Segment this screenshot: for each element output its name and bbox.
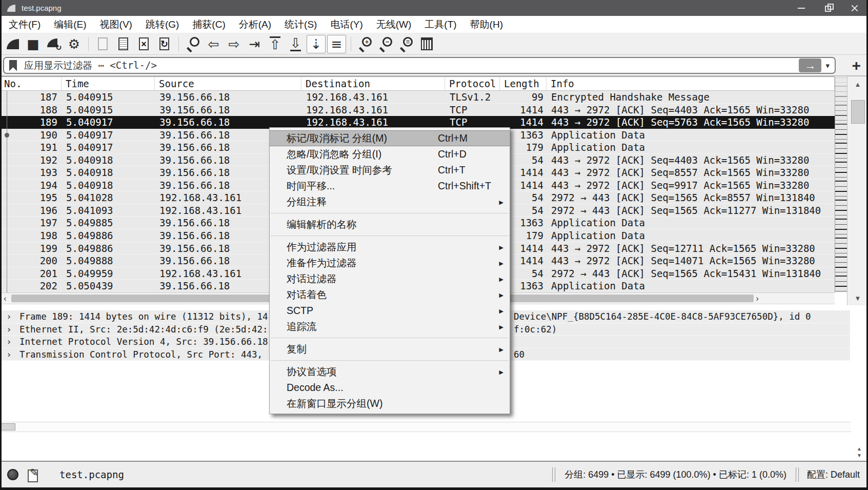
shark-fin-shape: [7, 39, 19, 49]
menu-separator: [271, 236, 509, 236]
add-filter-button[interactable]: +: [852, 56, 861, 75]
save-file-icon: [93, 35, 112, 53]
column-header-length[interactable]: Length: [500, 77, 547, 90]
menubar-item-11[interactable]: 帮助(H): [463, 16, 510, 33]
menubar-item-6[interactable]: 分析(A): [232, 16, 278, 33]
submenu-arrow-icon: ▶: [499, 256, 503, 271]
restart-capture-icon[interactable]: ↻: [44, 35, 63, 53]
packet-row[interactable]: 1885.04091539.156.66.18192.168.43.161TCP…: [0, 104, 835, 116]
submenu-arrow-icon: ▶: [499, 240, 503, 256]
spinner-up-icon[interactable]: ▲: [853, 445, 865, 452]
display-filter-input[interactable]: 应用显示过滤器 ⋯ <Ctrl-/> → ▾: [3, 57, 836, 74]
restore-button[interactable]: [815, 0, 841, 16]
colorize-icon[interactable]: ≡: [327, 35, 346, 53]
status-profile[interactable]: 配置: Default: [807, 468, 860, 481]
close-icon: [851, 4, 859, 12]
context-menu-item[interactable]: 追踪流▶: [270, 319, 510, 335]
context-menu-item[interactable]: 忽略/取消忽略 分组(I)Ctrl+D: [270, 146, 510, 162]
last-packet-icon[interactable]: ⇩: [286, 35, 305, 53]
document-shape: ↻: [159, 37, 169, 50]
menubar-item-1[interactable]: 文件(F): [2, 16, 47, 33]
submenu-arrow-icon: ▶: [499, 271, 503, 287]
detail-scrollbar-thumb[interactable]: [1, 423, 15, 430]
expander-icon[interactable]: ›: [6, 323, 12, 336]
menubar-item-8[interactable]: 电话(Y): [324, 16, 369, 33]
reload-file-icon[interactable]: ↻: [155, 35, 174, 53]
spinner-down-icon[interactable]: ▼: [853, 452, 865, 459]
filter-dropdown-caret-icon[interactable]: ▾: [821, 61, 835, 70]
context-menu-item[interactable]: 对话着色▶: [270, 287, 510, 303]
next-packet-icon[interactable]: ⇨: [225, 35, 244, 53]
intelligent-scrollbar-minimap[interactable]: [835, 77, 847, 292]
scroll-right-icon[interactable]: ›: [756, 293, 759, 304]
capture-options-icon[interactable]: ⚙: [65, 35, 84, 53]
submenu-arrow-icon: ▶: [499, 319, 503, 335]
context-menu-item[interactable]: SCTP▶: [270, 303, 510, 319]
main-toolbar: ■↻⚙×↻⇦⇨⇥⇧⇩⇣≡+−=: [0, 33, 868, 55]
context-menu-item[interactable]: Decode As...: [270, 380, 510, 396]
minimize-button[interactable]: [788, 0, 815, 16]
open-file-icon[interactable]: [114, 35, 133, 53]
menubar-item-5[interactable]: 捕获(C): [186, 16, 232, 33]
wireshark-logo-icon: [7, 5, 15, 12]
zoom-in-icon[interactable]: +: [356, 35, 375, 53]
column-header-time[interactable]: Time: [62, 77, 155, 90]
menubar-item-2[interactable]: 编辑(E): [47, 16, 93, 33]
minimize-icon: [798, 8, 805, 9]
status-separator: [552, 467, 555, 482]
menubar-item-10[interactable]: 工具(T): [418, 16, 463, 33]
context-menu-item[interactable]: 对话过滤器▶: [270, 271, 510, 287]
expander-icon[interactable]: ›: [6, 336, 12, 348]
context-menu-item[interactable]: 设置/取消设置 时间参考Ctrl+T: [270, 162, 510, 178]
start-capture-icon[interactable]: [3, 35, 22, 53]
packet-row[interactable]: 1895.04091739.156.66.18192.168.43.161TCP…: [0, 116, 835, 129]
packet-row[interactable]: 1875.04091539.156.66.18192.168.43.161TLS…: [0, 91, 835, 104]
expert-info-icon[interactable]: [7, 469, 18, 480]
capture-comment-icon[interactable]: ✎: [27, 467, 40, 482]
context-menu-item[interactable]: 协议首选项▶: [270, 364, 510, 380]
detail-scroll-spinner[interactable]: ▲ ▼: [853, 445, 865, 459]
expander-icon[interactable]: ›: [6, 348, 12, 361]
close-file-icon[interactable]: ×: [134, 35, 153, 53]
find-packet-icon[interactable]: [184, 35, 203, 53]
first-packet-icon[interactable]: ⇧: [266, 35, 285, 53]
expander-icon[interactable]: ›: [6, 310, 12, 323]
context-menu-item[interactable]: 分组注释▶: [270, 194, 510, 210]
resize-columns-icon[interactable]: [417, 35, 436, 53]
packet-list-vertical-scrollbar[interactable]: ▲ ▼: [847, 76, 868, 305]
autoscroll-icon[interactable]: ⇣: [307, 35, 326, 53]
stop-capture-icon[interactable]: ■: [24, 35, 43, 53]
column-header-no[interactable]: No.: [0, 77, 62, 90]
toolbar-separator: [88, 37, 89, 51]
scroll-up-icon[interactable]: ▲: [847, 81, 868, 88]
context-menu-item[interactable]: 复制▶: [270, 341, 510, 357]
goto-packet-icon[interactable]: ⇥: [245, 35, 264, 53]
previous-packet-icon[interactable]: ⇦: [204, 35, 223, 53]
context-menu-item[interactable]: 标记/取消标记 分组(M)Ctrl+M: [270, 130, 510, 146]
column-header-protocol[interactable]: Protocol: [445, 77, 500, 90]
column-header-destination[interactable]: Destination: [301, 77, 445, 90]
filter-bookmark-icon[interactable]: [9, 60, 17, 71]
menu-separator: [271, 338, 509, 338]
context-menu-item[interactable]: 编辑解析的名称: [270, 217, 510, 232]
menubar-item-9[interactable]: 无线(W): [370, 16, 418, 33]
close-button[interactable]: [841, 0, 868, 16]
submenu-arrow-icon: ▶: [499, 287, 503, 303]
context-menu-item[interactable]: 准备作为过滤器▶: [270, 255, 510, 271]
column-header-info[interactable]: Info: [547, 77, 835, 90]
context-menu-item[interactable]: 在新窗口显示分组(W): [270, 396, 510, 411]
menubar-item-7[interactable]: 统计(S): [278, 16, 324, 33]
menubar-item-4[interactable]: 跳转(G): [139, 16, 186, 33]
apply-filter-button[interactable]: →: [799, 58, 821, 72]
zoom-out-icon[interactable]: −: [376, 35, 395, 53]
context-menu-item[interactable]: 作为过滤器应用▶: [270, 239, 510, 255]
status-filename: test.pcapng: [59, 469, 124, 480]
scroll-left-icon[interactable]: ‹: [4, 293, 7, 304]
zoom-reset-icon[interactable]: =: [397, 35, 416, 53]
vertical-scrollbar-thumb[interactable]: [851, 100, 865, 124]
detail-horizontal-scrollbar[interactable]: [0, 422, 851, 432]
scroll-down-icon[interactable]: ▼: [847, 295, 868, 302]
context-menu-item[interactable]: 时间平移...Ctrl+Shift+T: [270, 178, 510, 194]
menubar-item-3[interactable]: 视图(V): [93, 16, 139, 33]
column-header-source[interactable]: Source: [155, 77, 301, 90]
